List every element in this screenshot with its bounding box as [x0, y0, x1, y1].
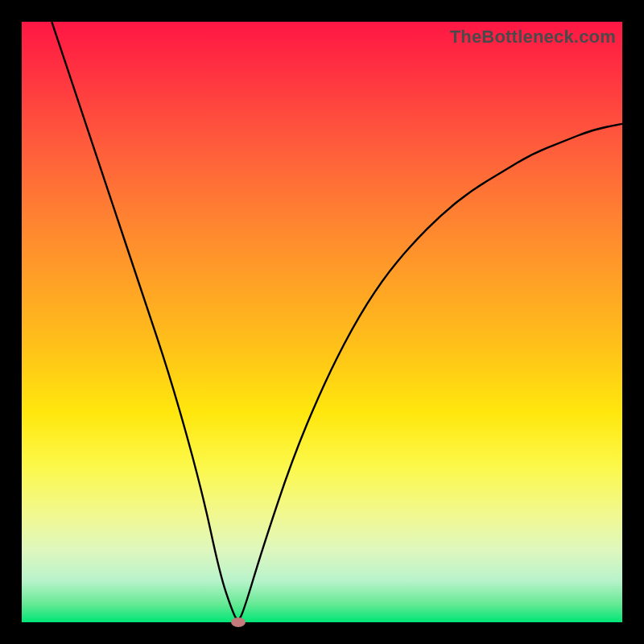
bottleneck-curve — [22, 22, 622, 622]
chart-frame: TheBottleneck.com — [0, 0, 644, 644]
optimal-marker — [231, 617, 246, 627]
curve-path — [52, 22, 622, 619]
plot-area: TheBottleneck.com — [22, 22, 622, 622]
